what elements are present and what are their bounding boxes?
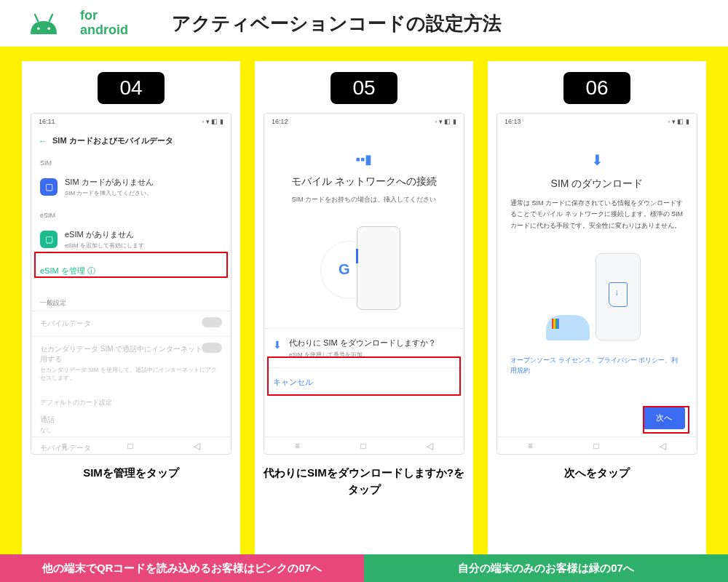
nav-bar: ≡□◁ — [497, 436, 697, 454]
esim-desc: eSIM を追加して有効にします — [65, 242, 222, 250]
screen-title: SIM のダウンロード — [510, 178, 684, 191]
secondary-sim-row: セカンダリデータ SIM で通話中にインターネットを使用するセカンダリデータ S… — [31, 336, 231, 389]
download-title: 代わりに SIM をダウンロードしますか？ — [289, 338, 436, 348]
screen-title: SIM カードおよびモバイルデータ — [52, 135, 173, 146]
mobile-data-row: モバイルデータ — [31, 311, 231, 336]
highlight-box — [267, 356, 461, 396]
illustration — [531, 253, 662, 348]
step-card-05: 05 16:12◦ ▾ ◧ ▮ ▪▪▮ モバイル ネットワークへの接続 SIM … — [255, 61, 473, 554]
status-time: 16:12 — [272, 118, 288, 125]
footer-pink: 他の端末でQRコードを読み込めるお客様はピンクの07へ — [0, 554, 364, 582]
nav-bar: ≡□◁ — [264, 436, 464, 454]
android-icon — [22, 9, 66, 38]
sim-desc: SIM カードを挿入してください。 — [65, 189, 222, 197]
highlight-box — [34, 252, 228, 278]
footer-green: 自分の端末のみのお客様は緑の07へ — [364, 554, 728, 582]
section-general: 一般設定 — [31, 295, 231, 311]
status-time: 16:11 — [39, 118, 55, 125]
step-caption: 代わりにSIMをダウンロードしますか?をタップ — [264, 465, 464, 498]
step-number: 05 — [331, 72, 397, 104]
step-number: 04 — [98, 72, 164, 104]
section-esim: eSIM — [31, 209, 231, 222]
sim-title: SIM カードがありません — [65, 177, 222, 188]
svg-point-0 — [37, 27, 40, 30]
screen-desc: 通常は SIM カードに保存されている情報をダウンロードすることでモバイル ネッ… — [510, 198, 684, 231]
header: forandroid アクティベーションコードの設定方法 — [0, 0, 728, 47]
section-default: デフォルトのカード設定 — [31, 395, 231, 410]
phone-mock-04: 16:11◦ ▾ ◧ ▮ ←SIM カードおよびモバイルデータ SIM ▢ SI… — [31, 113, 232, 455]
legal-links[interactable]: オープンソース ライセンス、プライバシー ポリシー、利用規約 — [497, 355, 697, 376]
back-icon[interactable]: ← — [39, 137, 47, 146]
status-icons: ◦ ▾ ◧ ▮ — [668, 118, 689, 125]
status-icons: ◦ ▾ ◧ ▮ — [202, 118, 223, 125]
signal-icon: ▪▪▮ — [279, 151, 449, 167]
screen-desc: SIM カードをお持ちの場合は、挿入してください — [279, 195, 449, 205]
page-title: アクティベーションコードの設定方法 — [172, 11, 502, 36]
svg-point-1 — [47, 27, 50, 30]
illustration: G — [306, 219, 422, 321]
status-time: 16:13 — [505, 118, 521, 125]
esim-title: eSIM がありません — [65, 229, 222, 240]
svg-line-3 — [50, 15, 52, 21]
step-card-06: 06 16:13◦ ▾ ◧ ▮ ⬇ SIM のダウンロード 通常は SIM カー… — [488, 61, 706, 554]
footer: 他の端末でQRコードを読み込めるお客様はピンクの07へ 自分の端末のみのお客様は… — [0, 554, 728, 582]
step-caption: SIMを管理をタップ — [83, 465, 179, 482]
phone-mock-05: 16:12◦ ▾ ◧ ▮ ▪▪▮ モバイル ネットワークへの接続 SIM カード… — [264, 113, 464, 455]
esim-icon: ▢ — [40, 231, 58, 248]
screen-title-row: ←SIM カードおよびモバイルデータ — [31, 129, 231, 152]
toggle-icon — [202, 317, 222, 327]
highlight-box — [643, 406, 689, 434]
call-row: 通話なし — [31, 410, 231, 439]
steps-container: 04 16:11◦ ▾ ◧ ▮ ←SIM カードおよびモバイルデータ SIM ▢… — [0, 47, 728, 554]
step-card-04: 04 16:11◦ ▾ ◧ ▮ ←SIM カードおよびモバイルデータ SIM ▢… — [22, 61, 240, 554]
status-icons: ◦ ▾ ◧ ▮ — [435, 118, 456, 125]
section-sim: SIM — [31, 156, 231, 170]
phone-mock-06: 16:13◦ ▾ ◧ ▮ ⬇ SIM のダウンロード 通常は SIM カードに保… — [496, 113, 697, 455]
download-icon: ⬇ — [273, 339, 282, 351]
screen-title: モバイル ネットワークへの接続 — [279, 175, 449, 189]
nav-bar: ≡□◁ — [31, 436, 231, 454]
sim-row[interactable]: ▢ SIM カードがありませんSIM カードを挿入してください。 — [31, 170, 231, 204]
platform-label: forandroid — [80, 9, 128, 38]
sim-icon: ▢ — [40, 178, 58, 196]
download-icon: ⬇ — [510, 151, 684, 169]
svg-line-2 — [35, 15, 38, 21]
step-number: 06 — [563, 72, 630, 104]
step-caption: 次へをタップ — [564, 465, 630, 482]
toggle-icon — [202, 343, 222, 353]
